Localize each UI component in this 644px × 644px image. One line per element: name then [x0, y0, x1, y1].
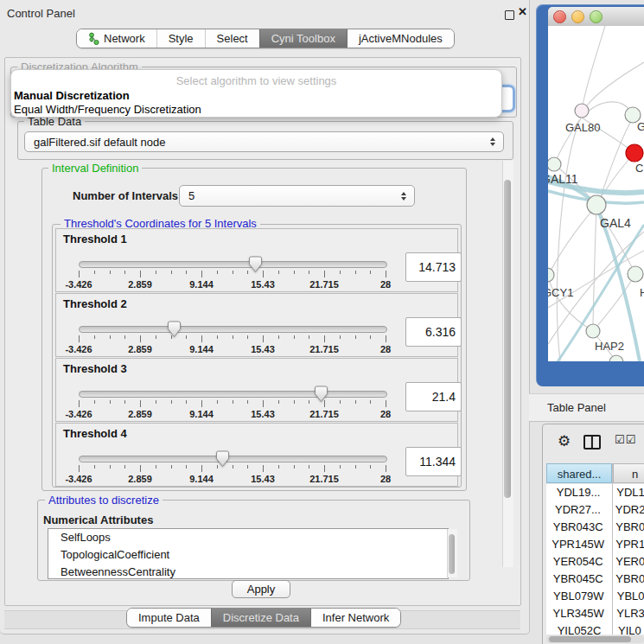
tab-label: Cyni Toolbox [271, 32, 335, 45]
slider-tick [340, 400, 341, 404]
slider-thumb[interactable] [314, 386, 328, 405]
application-root: Control Panel ✕ NetworkStyleSelectCyni T… [0, 0, 644, 644]
table-row[interactable]: YIL052CYIL0 [546, 622, 644, 634]
network-canvas[interactable]: GAL80GCGAL11GAL4GCY1HHAP2 [548, 26, 644, 361]
slider-thumb[interactable] [215, 450, 230, 470]
slider-tick [110, 335, 111, 339]
split-columns-icon[interactable] [583, 435, 601, 450]
network-node-gal4[interactable] [587, 195, 606, 214]
table-row[interactable]: YDL19...YDL1 [546, 484, 644, 501]
slider-tick [309, 335, 309, 339]
network-edge[interactable] [583, 26, 605, 105]
minimize-traffic-light-icon[interactable] [571, 10, 584, 23]
network-edge[interactable] [587, 62, 644, 105]
slider-tick-label: 28 [380, 409, 391, 419]
slider-tick [79, 335, 80, 342]
column-header-name[interactable]: n [613, 463, 644, 483]
select-columns-checkboxes-icon[interactable]: ☑☑ [615, 433, 636, 446]
table-row[interactable]: YLR345WYLR3 [546, 605, 644, 622]
close-traffic-light-icon[interactable] [553, 10, 566, 23]
network-edge[interactable] [550, 207, 595, 272]
cell-shared-name: YBR043C [546, 519, 609, 536]
number-of-intervals-combobox[interactable]: 5 [179, 185, 415, 207]
tab-label: Select [217, 32, 248, 45]
main-scrollbar-thumb[interactable] [504, 180, 511, 498]
node-table[interactable]: YDL19...YDL1YDR27...YDR2YBR043CYBR0YPR14… [546, 484, 644, 634]
network-node-gcy1[interactable] [548, 268, 554, 282]
slider-tick [294, 335, 295, 339]
tab-cyni-toolbox[interactable]: Cyni Toolbox [259, 29, 347, 48]
table-row[interactable]: YBR045CYBR0 [546, 571, 644, 588]
network-node-label: G [637, 120, 644, 133]
table-hscrollbar-thumb[interactable] [549, 636, 631, 642]
slider-tick-label: 9.144 [189, 344, 214, 354]
slider-tick-label: 2.859 [128, 474, 152, 484]
attribute-item-betweennesscentrality[interactable]: BetweennessCentrality [48, 564, 448, 579]
apply-button[interactable]: Apply [232, 580, 290, 598]
network-node-partial[interactable] [609, 355, 623, 361]
slider-tick [278, 335, 279, 339]
table-data-combobox[interactable]: galFiltered.sif default node [24, 131, 504, 152]
table-row[interactable]: YBR043CYBR0 [546, 519, 644, 536]
attributes-scrollbar-thumb[interactable] [449, 534, 455, 574]
network-node-gal80[interactable] [575, 104, 589, 118]
threshold-value-field[interactable]: 21.4 [405, 382, 462, 411]
slider-tick [309, 271, 309, 274]
threshold-value-field[interactable]: 11.344 [405, 447, 462, 476]
zoom-traffic-light-icon[interactable] [590, 10, 603, 23]
threshold-label: Threshold 1 [63, 233, 127, 245]
number-of-intervals-label: Number of Intervals [73, 189, 178, 202]
slider-tick [140, 335, 141, 342]
tab-network[interactable]: Network [77, 29, 156, 48]
slider-tick [79, 271, 80, 277]
slider-track[interactable] [79, 326, 387, 333]
table-row[interactable]: YER054CYER0 [546, 553, 644, 571]
control-panel-window: Control Panel ✕ NetworkStyleSelectCyni T… [0, 0, 530, 634]
tab-jactivemnodules[interactable]: jActiveMNodules [347, 29, 454, 48]
numerical-attributes-list[interactable]: SelfLoopsTopologicalCoefficientBetweenne… [48, 528, 449, 579]
slider-tick [171, 271, 172, 274]
slider-tick-label: 15.43 [251, 344, 275, 354]
float-icon[interactable] [505, 10, 514, 20]
threshold-value-field[interactable]: 6.316 [405, 317, 462, 347]
network-edge-thick[interactable] [598, 211, 640, 361]
slider-tick [309, 465, 309, 469]
close-icon[interactable]: ✕ [518, 5, 527, 18]
slider-tick [94, 400, 95, 404]
slider-tick [324, 465, 325, 472]
threshold-value-field[interactable]: 14.713 [405, 252, 462, 282]
number-of-intervals-value: 5 [188, 189, 194, 202]
slider-track[interactable] [79, 391, 387, 398]
gear-icon[interactable]: ⚙ [558, 432, 571, 450]
table-row[interactable]: YDR27...YDR2 [546, 501, 644, 519]
algorithm-option-equal-width-frequency-discretization[interactable]: Equal Width/Frequency Discretization [14, 103, 201, 116]
slider-tick [309, 400, 309, 404]
table-row[interactable]: YBL079WYBL0 [546, 588, 644, 605]
slider-thumb[interactable] [167, 321, 182, 341]
tab-infer-network[interactable]: Infer Network [310, 609, 400, 627]
network-edge[interactable] [593, 281, 631, 331]
tab-discretize-data[interactable]: Discretize Data [211, 609, 310, 627]
tab-style[interactable]: Style [156, 29, 205, 48]
network-edge[interactable] [582, 102, 632, 118]
attribute-item-topologicalcoefficient[interactable]: TopologicalCoefficient [48, 546, 448, 564]
column-header-shared-name[interactable]: shared... [546, 463, 612, 483]
slider-thumb[interactable] [248, 256, 263, 276]
network-node-h[interactable] [628, 266, 643, 282]
threshold-panel-1: Threshold 1-3.4262.8599.14415.4321.71528… [55, 228, 458, 292]
slider-tick [124, 271, 125, 274]
network-node-c[interactable] [626, 144, 643, 162]
slider-tick [110, 400, 111, 404]
table-row[interactable]: YPR145WYPR1 [546, 536, 644, 553]
slider-track[interactable] [79, 261, 387, 268]
column-divider [612, 463, 613, 634]
algorithm-option-manual-discretization[interactable]: Manual Discretization [14, 89, 130, 102]
tab-impute-data[interactable]: Impute Data [127, 609, 211, 627]
slider-tick [94, 465, 95, 469]
slider-track[interactable] [79, 456, 387, 462]
network-node-hap2[interactable] [586, 324, 600, 338]
tab-select[interactable]: Select [205, 29, 259, 48]
attribute-item-selfloops[interactable]: SelfLoops [48, 529, 448, 546]
network-node-gal11[interactable] [548, 157, 561, 171]
slider-tick [340, 465, 341, 469]
